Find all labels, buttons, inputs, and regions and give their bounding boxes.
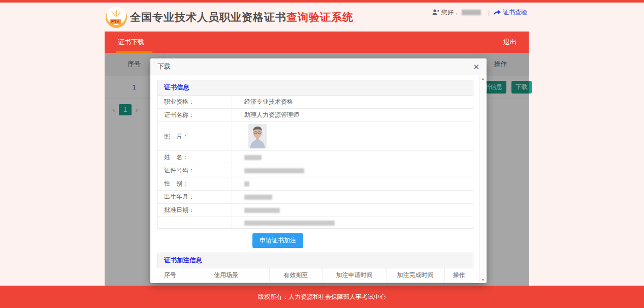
anno-cell-complete-time [386, 283, 444, 284]
page-title-main: 全国专业技术人员职业资格证书 [130, 11, 286, 23]
field-label: 照 片： [158, 122, 232, 151]
apply-button-row: 申请证书加注 [252, 233, 473, 248]
field-value-redacted [232, 177, 473, 191]
info-row: 批准日期： [158, 204, 473, 217]
redacted-birth-date [244, 195, 272, 200]
redacted-id-number [244, 168, 304, 173]
modal-body: 证书信息 职业资格： 经济专业技术资格 证书名称： 助理人力资源管理师 照 片： [150, 75, 487, 283]
logout-button[interactable]: 退出 [491, 32, 529, 53]
field-value-redacted [232, 217, 473, 229]
tab-cert-download-label: 证书下载 [118, 38, 144, 46]
field-value: 助理人力资源管理师 [232, 109, 473, 122]
redacted-approval-date [244, 208, 280, 213]
field-value: 经济专业技术资格 [232, 96, 473, 109]
info-row: 照 片： [158, 122, 473, 151]
brand-header: PTA 全国专业技术人员职业资格证书查询验证系统 [106, 7, 353, 28]
field-label: 姓 名： [158, 151, 232, 164]
info-row: 证书名称： 助理人力资源管理师 [158, 109, 473, 122]
field-value-redacted [232, 151, 473, 164]
field-label: 性 别： [158, 177, 232, 191]
greeting-text: 您好， [441, 8, 460, 17]
cert-verify-link[interactable]: 证书查验 [494, 8, 527, 17]
anno-col-index: 序号 [157, 268, 183, 283]
scroll-up-icon[interactable]: ▲ [481, 77, 485, 80]
info-row: 性 别： [158, 177, 473, 191]
field-value-redacted [232, 164, 473, 177]
annotation-table: 序号 使用场景 有效期至 加注申请时间 加注完成时间 操作 1 本人调用 202… [157, 268, 473, 283]
field-label: 出生年月： [158, 191, 232, 204]
redacted-username [462, 10, 481, 15]
anno-col-complete-time: 加注完成时间 [386, 268, 444, 283]
anno-cell-scene: 本人调用 [183, 283, 269, 284]
info-row [158, 217, 473, 229]
tab-cert-download[interactable]: 证书下载 [105, 32, 157, 53]
field-label: 证件号码： [158, 164, 232, 177]
share-arrow-icon [494, 10, 501, 16]
separator: | [488, 9, 490, 16]
redacted-management-number [244, 221, 335, 226]
field-value-redacted [232, 191, 473, 204]
logo-pta-text: PTA [110, 19, 121, 24]
anno-col-scene: 使用场景 [183, 268, 269, 283]
annotation-section-title: 证书加注信息 [157, 253, 473, 268]
photo-cell [232, 122, 473, 151]
portrait-photo [248, 124, 267, 148]
modal-title: 下载 [157, 62, 171, 71]
top-red-strip [0, 0, 644, 3]
scroll-down-icon[interactable]: ▼ [481, 278, 485, 282]
info-row: 姓 名： [158, 151, 473, 164]
page-title-accent: 查询验证系统 [286, 11, 353, 23]
info-row: 证件号码： [158, 164, 473, 177]
anno-col-valid-until: 有效期至 [269, 268, 323, 283]
apply-annotation-button[interactable]: 申请证书加注 [252, 233, 303, 248]
download-modal: 下载 ✕ 证书信息 职业资格： 经济专业技术资格 证书名称： 助理人力资源管理师… [150, 58, 487, 283]
field-label: 证书名称： [158, 109, 232, 122]
annotation-row: 1 本人调用 2022-03-16 2021-12-16 10:53:02 证书… [157, 283, 473, 284]
page-title: 全国专业技术人员职业资格证书查询验证系统 [130, 10, 353, 24]
anno-col-apply-time: 加注申请时间 [323, 268, 386, 283]
field-label [158, 217, 232, 229]
cert-generating-link[interactable]: 证书生成中... [444, 283, 473, 284]
page-footer: 版权所有：人力资源和社会保障部人事考试中心 [0, 286, 644, 308]
pta-logo-icon: PTA [106, 7, 127, 28]
close-icon[interactable]: ✕ [473, 63, 479, 71]
cert-verify-label: 证书查验 [503, 8, 527, 17]
cert-info-table: 职业资格： 经济专业技术资格 证书名称： 助理人力资源管理师 照 片： [157, 96, 473, 229]
field-label: 职业资格： [158, 96, 232, 109]
redacted-name [244, 155, 262, 160]
main-navbar: 证书下载 退出 [105, 32, 529, 53]
info-row: 出生年月： [158, 191, 473, 204]
field-value-redacted [232, 204, 473, 217]
user-info-bar: 您好， | 证书查验 [432, 8, 527, 17]
copyright-text: 版权所有：人力资源和社会保障部人事考试中心 [258, 293, 386, 301]
anno-cell-apply-time: 2021-12-16 10:53:02 [323, 283, 386, 284]
redacted-gender [244, 181, 249, 187]
cert-info-section-title: 证书信息 [157, 80, 473, 96]
anno-cell-valid-until: 2022-03-16 [269, 283, 323, 284]
anno-cell-index: 1 [157, 283, 183, 284]
modal-header: 下载 ✕ [150, 58, 487, 75]
user-icon [432, 9, 439, 16]
info-row: 职业资格： 经济专业技术资格 [158, 96, 473, 109]
anno-col-action: 操作 [444, 268, 473, 283]
logo-flame-icon [109, 9, 123, 19]
modal-scrollbar[interactable]: ▲ ▼ [479, 76, 486, 283]
field-label: 批准日期： [158, 204, 232, 217]
